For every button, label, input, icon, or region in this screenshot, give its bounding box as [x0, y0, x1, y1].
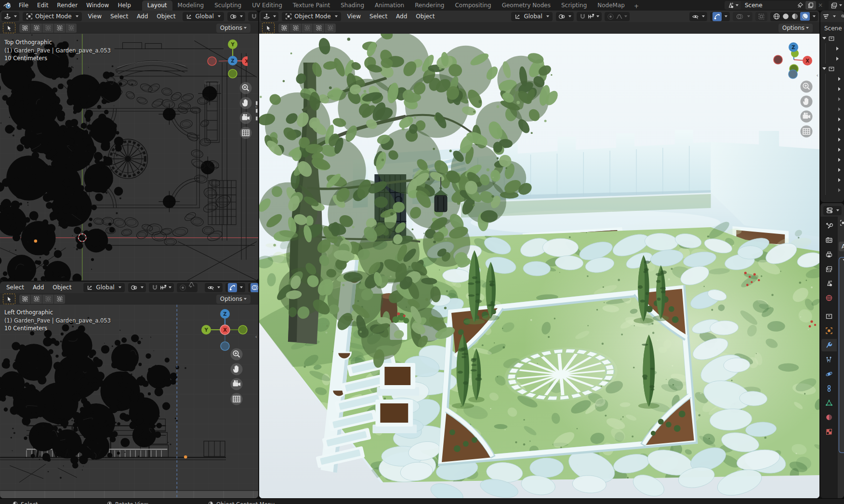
- menu-object[interactable]: Object: [152, 13, 180, 20]
- outliner-row[interactable]: [822, 84, 844, 94]
- ortho-toggle-button[interactable]: [801, 126, 813, 138]
- magnet-icon[interactable]: [579, 13, 586, 20]
- tool-options-button[interactable]: Options: [216, 24, 251, 33]
- menu-select[interactable]: Select: [106, 13, 132, 20]
- viewport-left-canvas[interactable]: Left Orthographic (1) Garden_Pave | Gard…: [0, 305, 258, 498]
- gizmo-icon[interactable]: [712, 12, 722, 21]
- overlays-icon[interactable]: [251, 283, 258, 292]
- active-tool-select-box[interactable]: [3, 294, 15, 304]
- outliner-row[interactable]: [822, 43, 844, 53]
- menu-select[interactable]: Select: [365, 13, 392, 20]
- select-mode-subtract[interactable]: [42, 295, 53, 304]
- tool-options-button[interactable]: Options: [778, 24, 813, 33]
- tab-render[interactable]: [821, 234, 837, 246]
- pivot-dropdown[interactable]: [556, 12, 574, 21]
- axis-neg-x-ball[interactable]: [774, 55, 782, 64]
- falloff-dropdown[interactable]: [616, 13, 627, 20]
- menu-object[interactable]: Object: [48, 284, 76, 291]
- search-icon[interactable]: [840, 13, 844, 20]
- overlays-icon[interactable]: [735, 12, 744, 21]
- tab-texture[interactable]: [821, 426, 837, 438]
- pivot-dropdown[interactable]: [128, 283, 146, 292]
- active-tool-select-box[interactable]: [3, 23, 15, 33]
- tab-world[interactable]: [821, 292, 837, 304]
- camera-view-button[interactable]: [801, 111, 813, 123]
- axis-neg-z-ball[interactable]: [221, 342, 229, 350]
- tab-animation[interactable]: Animation: [369, 0, 409, 11]
- tab-constraints[interactable]: [821, 382, 837, 395]
- ortho-toggle-button[interactable]: [231, 393, 243, 405]
- gizmo-icon[interactable]: [228, 283, 237, 292]
- menu-help[interactable]: Help: [113, 2, 135, 9]
- tab-scene[interactable]: [821, 277, 837, 290]
- ortho-toggle-button[interactable]: [240, 127, 252, 139]
- menu-edit[interactable]: Edit: [33, 2, 53, 9]
- select-mode-extend[interactable]: [290, 24, 301, 33]
- tab-uv-editing[interactable]: UV Editing: [247, 0, 288, 11]
- menu-file[interactable]: File: [14, 2, 33, 9]
- tab-geometry-nodes[interactable]: Geometry Nodes: [497, 0, 556, 11]
- proportional-edit-icon[interactable]: [607, 13, 614, 20]
- menu-render[interactable]: Render: [53, 2, 82, 9]
- menu-select[interactable]: Select: [2, 284, 28, 291]
- tab-tool[interactable]: [821, 220, 837, 232]
- viewport-main-canvas[interactable]: Z X ‹: [259, 34, 819, 498]
- shading-rendered-button[interactable]: [800, 12, 810, 21]
- tab-physics[interactable]: [821, 368, 837, 380]
- pan-button[interactable]: [240, 97, 252, 109]
- select-mode-invert[interactable]: [54, 295, 65, 304]
- outliner-row[interactable]: [822, 175, 844, 185]
- axis-neg-x-ball[interactable]: [208, 57, 216, 65]
- tab-object-data[interactable]: [821, 397, 837, 409]
- pan-button[interactable]: [231, 363, 243, 375]
- proportional-edit-icon[interactable]: [179, 284, 186, 291]
- select-mode-set[interactable]: [19, 24, 30, 33]
- tab-view-layer[interactable]: [821, 263, 837, 275]
- scene-pin-icon[interactable]: [795, 1, 805, 10]
- shading-material-button[interactable]: [791, 13, 799, 20]
- outliner-row[interactable]: [822, 155, 844, 165]
- outliner-row[interactable]: [822, 144, 844, 155]
- blender-logo-icon[interactable]: [0, 1, 14, 10]
- select-mode-subtract[interactable]: [302, 24, 313, 33]
- tab-output[interactable]: [821, 248, 837, 261]
- outliner-row[interactable]: [822, 185, 844, 195]
- active-tool-select-box[interactable]: [262, 23, 275, 33]
- menu-add[interactable]: Add: [28, 284, 48, 291]
- outliner-row-scene-collection[interactable]: Scene Collection: [822, 23, 844, 33]
- tab-nodemap[interactable]: NodeMap: [592, 0, 630, 11]
- select-mode-set[interactable]: [278, 24, 290, 33]
- viewport-top-canvas[interactable]: Top Orthographic (1) Garden_Pave | Garde…: [0, 34, 258, 281]
- shading-solid-button[interactable]: [782, 13, 790, 20]
- camera-view-button[interactable]: [240, 112, 252, 124]
- shading-wireframe-button[interactable]: [773, 13, 780, 20]
- pivot-dropdown[interactable]: [227, 12, 245, 21]
- menu-window[interactable]: Window: [82, 2, 113, 9]
- outliner-row[interactable]: [822, 74, 844, 84]
- outliner-row[interactable]: [822, 114, 844, 124]
- editor-type-button[interactable]: [1, 12, 19, 21]
- axis-neg-z-ball[interactable]: [789, 70, 797, 78]
- render-region-button[interactable]: [755, 12, 767, 21]
- view-layer-button[interactable]: [829, 1, 844, 10]
- tab-layout[interactable]: Layout: [142, 0, 172, 11]
- tab-modifiers[interactable]: [821, 339, 837, 351]
- sidebar-toggle-icon[interactable]: ‹: [255, 334, 257, 340]
- outliner-row[interactable]: [822, 165, 844, 175]
- outliner-row-collection[interactable]: [822, 33, 844, 43]
- axis-neg-y-ball[interactable]: [228, 69, 237, 78]
- zoom-button[interactable]: [801, 81, 813, 93]
- orientation-dropdown[interactable]: Global: [183, 12, 224, 21]
- pan-button[interactable]: [801, 96, 813, 108]
- menu-view[interactable]: View: [84, 13, 106, 20]
- mode-dropdown[interactable]: Object Mode: [23, 12, 82, 21]
- falloff-dropdown[interactable]: [188, 282, 195, 293]
- navigation-gizmo[interactable]: Z Y X: [198, 302, 251, 352]
- modifier-panel[interactable]: [839, 257, 844, 453]
- outliner-row[interactable]: [822, 104, 844, 114]
- magnet-icon[interactable]: [251, 13, 258, 20]
- outliner-row[interactable]: [822, 53, 844, 64]
- select-mode-invert[interactable]: [313, 24, 324, 33]
- editor-type-button[interactable]: [261, 12, 278, 21]
- camera-view-button[interactable]: [231, 378, 243, 390]
